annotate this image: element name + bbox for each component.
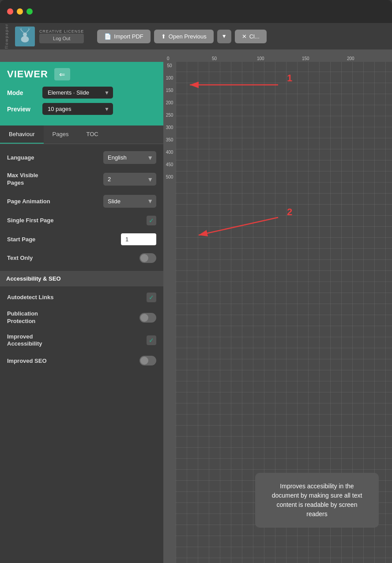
- brand-label: CREATIVE LICENSE: [39, 29, 84, 34]
- preview-label: Preview: [7, 106, 42, 113]
- autodetect-links-row: Autodetect Links ✓: [7, 293, 156, 302]
- autodetect-links-checkbox[interactable]: ✓: [147, 293, 156, 302]
- logout-button[interactable]: Log Out: [39, 34, 84, 43]
- improved-seo-row: Improved SEO: [7, 356, 156, 365]
- preview-row: Preview 10 pages 5 pages All pages ▼: [7, 103, 156, 115]
- import-pdf-button[interactable]: 📄 Import PDF: [97, 30, 150, 43]
- flowpaper-brand-label: flowpaper: [4, 23, 9, 49]
- open-prev-label: Open Previous: [169, 33, 207, 40]
- ruler-tick-150: 150: [302, 56, 347, 61]
- traffic-lights: [7, 8, 33, 15]
- close-traffic-light[interactable]: [7, 8, 13, 15]
- svg-rect-3: [24, 35, 26, 37]
- page-animation-row: Page Animation Slide Fade None ▼: [7, 195, 156, 208]
- tabs-bar: Behaviour Pages TOC: [0, 126, 163, 144]
- logo-text: CREATIVE LICENSE Log Out: [39, 29, 84, 43]
- close-button[interactable]: ✕ Cl...: [235, 30, 267, 43]
- language-row: Language English French German Spanish ▼: [7, 151, 156, 164]
- maximize-traffic-light[interactable]: [26, 8, 33, 15]
- mode-label: Mode: [7, 89, 42, 96]
- viewer-header: VIEWER ⇐: [7, 68, 156, 80]
- close-label: Cl...: [249, 33, 260, 40]
- tab-behaviour[interactable]: Behaviour: [0, 126, 44, 144]
- tab-pages[interactable]: Pages: [44, 126, 78, 144]
- panel-content: Language English French German Spanish ▼…: [0, 144, 163, 563]
- language-select-wrapper: English French German Spanish ▼: [103, 151, 156, 164]
- open-previous-dropdown[interactable]: ▼: [217, 30, 231, 43]
- viewer-section: VIEWER ⇐ Mode Elements · Slide Flipbook …: [0, 62, 163, 126]
- preview-select-wrapper: 10 pages 5 pages All pages ▼: [42, 103, 113, 115]
- tab-toc[interactable]: TOC: [77, 126, 107, 144]
- ruler-top-spacer: [0, 49, 163, 62]
- preview-select[interactable]: 10 pages 5 pages All pages: [42, 103, 113, 115]
- improved-accessibility-label: ImprovedAccessibility: [7, 333, 147, 348]
- viewer-title: VIEWER: [7, 68, 48, 80]
- ruler-left: 0 50 100 150 200 250 300 350 400 450 500: [163, 49, 176, 563]
- mode-row: Mode Elements · Slide Flipbook Presentat…: [7, 87, 156, 99]
- left-panel: VIEWER ⇐ Mode Elements · Slide Flipbook …: [0, 49, 163, 563]
- close-icon: ✕: [242, 33, 247, 40]
- text-only-label: Text Only: [7, 255, 139, 261]
- ruler-top: 0 50 100 150 200: [163, 49, 392, 62]
- page-animation-label: Page Animation: [7, 198, 103, 205]
- publication-protection-row: PublicationProtection: [7, 310, 156, 325]
- flowpaper-logo-icon: [15, 27, 35, 46]
- open-previous-button[interactable]: ⬆ Open Previous: [154, 30, 214, 43]
- autodetect-links-checkbox-area: ✓: [147, 293, 156, 302]
- single-first-page-row: Single First Page ✓: [7, 216, 156, 225]
- viewer-icon-box[interactable]: ⇐: [54, 68, 70, 80]
- ruler-left-tick-200: 200: [166, 101, 173, 105]
- start-page-row: Start Page: [7, 233, 156, 245]
- autodetect-links-label: Autodetect Links: [7, 294, 147, 301]
- single-first-page-label: Single First Page: [7, 217, 147, 224]
- publication-protection-toggle[interactable]: [139, 313, 156, 323]
- ruler-left-tick-400: 400: [166, 150, 173, 155]
- ruler-tick-200: 200: [347, 56, 392, 61]
- ruler-left-tick-100: 100: [166, 76, 173, 80]
- canvas-area: 0 50 100 150 200 250 300 350 400 450 500…: [163, 49, 392, 563]
- mode-select-wrapper: Elements · Slide Flipbook Presentation ▼: [42, 87, 113, 99]
- text-only-row: Text Only: [7, 253, 156, 263]
- mode-select[interactable]: Elements · Slide Flipbook Presentation: [42, 87, 113, 99]
- max-visible-select-wrapper: 1 2 3 4 ▼: [103, 173, 156, 186]
- start-page-input[interactable]: [121, 233, 156, 245]
- viewer-swap-icon: ⇐: [59, 70, 65, 79]
- page-animation-select-wrapper: Slide Fade None ▼: [103, 195, 156, 208]
- title-bar: [0, 0, 392, 23]
- max-visible-row: Max VisiblePages 1 2 3 4 ▼: [7, 172, 156, 187]
- header-buttons: 📄 Import PDF ⬆ Open Previous ▼ ✕ Cl...: [97, 30, 266, 43]
- page-animation-select[interactable]: Slide Fade None: [103, 195, 156, 208]
- ruler-left-tick-50: 50: [167, 64, 172, 68]
- single-first-page-checkbox-area: ✓: [147, 216, 156, 225]
- main-area: VIEWER ⇐ Mode Elements · Slide Flipbook …: [0, 49, 392, 563]
- max-visible-select[interactable]: 1 2 3 4: [103, 173, 156, 186]
- text-only-knob: [140, 254, 148, 262]
- ruler-left-tick-350: 350: [166, 138, 173, 142]
- accessibility-section-header: Accessibility & SEO: [0, 271, 163, 286]
- improved-accessibility-checkbox[interactable]: ✓: [147, 335, 156, 345]
- improved-accessibility-check-icon: ✓: [149, 337, 154, 344]
- ruler-tick-100: 100: [257, 56, 302, 61]
- tooltip-box: Improves accesibility in the document by…: [255, 473, 379, 528]
- publication-protection-label: PublicationProtection: [7, 310, 139, 325]
- autodetect-links-check-icon: ✓: [149, 294, 154, 301]
- ruler-left-tick-150: 150: [166, 88, 173, 93]
- ruler-left-tick-250: 250: [166, 113, 173, 118]
- text-only-toggle[interactable]: [139, 253, 156, 263]
- minimize-traffic-light[interactable]: [17, 8, 23, 15]
- start-page-label: Start Page: [7, 236, 121, 243]
- ruler-tick-0: 0: [167, 56, 212, 61]
- header-bar: flowpaper CREATIVE LICENSE Log Out 📄: [0, 23, 392, 49]
- improved-accessibility-checkbox-area: ✓: [147, 335, 156, 345]
- import-pdf-icon: 📄: [104, 33, 111, 40]
- language-select[interactable]: English French German Spanish: [103, 151, 156, 164]
- ruler-left-tick-450: 450: [166, 163, 173, 167]
- improved-seo-label: Improved SEO: [7, 358, 139, 364]
- improved-seo-knob: [140, 357, 148, 365]
- single-first-page-check-icon: ✓: [149, 217, 154, 224]
- improved-seo-toggle[interactable]: [139, 356, 156, 365]
- accessibility-section-label: Accessibility & SEO: [6, 275, 61, 282]
- ruler-left-tick-500: 500: [166, 175, 173, 179]
- single-first-page-checkbox[interactable]: ✓: [147, 216, 156, 225]
- import-pdf-label: Import PDF: [114, 33, 143, 40]
